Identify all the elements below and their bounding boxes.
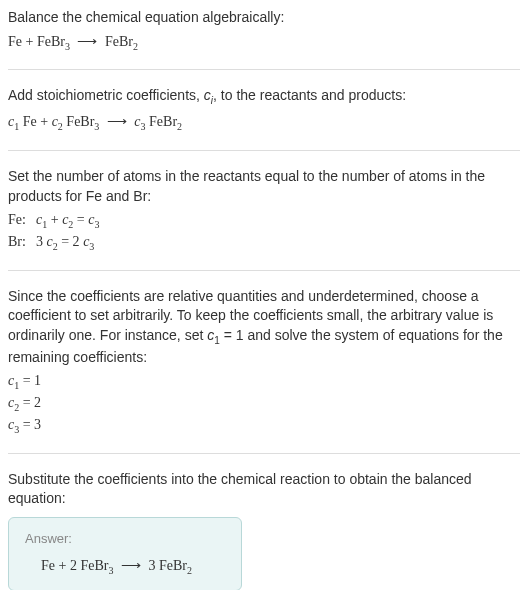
heading-text: Balance the chemical equation algebraica…: [8, 8, 520, 28]
fe-plus: +: [47, 212, 62, 227]
heading-text: Substitute the coefficients into the che…: [8, 470, 520, 509]
heading-b: , to the reactants and products:: [213, 87, 406, 103]
reaction-arrow: ⟶: [77, 34, 97, 49]
t2-sub: 3: [94, 121, 99, 132]
heading-text: Set the number of atoms in the reactants…: [8, 167, 520, 206]
eq-rhs: 3 FeBr: [148, 558, 187, 573]
eq-lhs: Fe + 2 FeBr: [41, 558, 108, 573]
reaction-arrow: ⟶: [107, 114, 127, 129]
plus: +: [22, 34, 37, 49]
t1: Fe +: [19, 114, 51, 129]
r1-val: = 1: [19, 373, 41, 388]
t3: FeBr: [146, 114, 178, 129]
br-label: Br:: [8, 232, 36, 254]
br-eq: 3 c2 = 2 c3: [36, 232, 94, 254]
balanced-equation: Fe + 2 FeBr3 ⟶ 3 FeBr2: [25, 556, 225, 578]
heading-a: Add stoichiometric coefficients,: [8, 87, 204, 103]
answer-box: Answer: Fe + 2 FeBr3 ⟶ 3 FeBr2: [8, 517, 242, 590]
r3-val: = 3: [19, 417, 41, 432]
c2-row: c2 = 2: [8, 393, 520, 415]
fe-eqsign: =: [73, 212, 88, 227]
section-solve: Since the coefficients are relative quan…: [8, 287, 520, 454]
heading-ci: c: [204, 87, 211, 103]
section-balance: Balance the chemical equation algebraica…: [8, 8, 520, 70]
heading-text: Add stoichiometric coefficients, ci, to …: [8, 86, 520, 108]
eq-lhs-sub: 3: [108, 565, 113, 576]
br-row: Br: 3 c2 = 2 c3: [8, 232, 520, 254]
r2-val: = 2: [19, 395, 41, 410]
br-c3-sub: 3: [89, 241, 94, 252]
t2: FeBr: [63, 114, 95, 129]
br-eqsign: = 2: [58, 234, 83, 249]
atom-equations: Fe: c1 + c2 = c3 Br: 3 c2 = 2 c3: [8, 210, 520, 254]
eq-rhs-sub: 2: [187, 565, 192, 576]
c1-row: c1 = 1: [8, 371, 520, 393]
lhs-febr3: FeBr: [37, 34, 65, 49]
rhs-febr2-sub: 2: [133, 40, 138, 51]
section-stoich: Add stoichiometric coefficients, ci, to …: [8, 86, 520, 151]
fe-row: Fe: c1 + c2 = c3: [8, 210, 520, 232]
fe-eq: c1 + c2 = c3: [36, 210, 99, 232]
reaction-arrow: ⟶: [121, 558, 141, 573]
t3-sub: 2: [177, 121, 182, 132]
c3-row: c3 = 3: [8, 415, 520, 437]
rhs-febr2: FeBr: [105, 34, 133, 49]
unbalanced-equation: Fe + FeBr3 ⟶ FeBr2: [8, 32, 520, 54]
answer-label: Answer:: [25, 530, 225, 548]
lhs-febr3-sub: 3: [65, 40, 70, 51]
fe-c3-sub: 3: [94, 219, 99, 230]
heading-text: Since the coefficients are relative quan…: [8, 287, 520, 368]
fe-label: Fe:: [8, 210, 36, 232]
coefficient-values: c1 = 1 c2 = 2 c3 = 3: [8, 371, 520, 436]
section-atoms: Set the number of atoms in the reactants…: [8, 167, 520, 271]
br-3: 3: [36, 234, 47, 249]
section-answer: Substitute the coefficients into the che…: [8, 470, 520, 590]
lhs-fe: Fe: [8, 34, 22, 49]
coefficient-equation: c1 Fe + c2 FeBr3 ⟶ c3 FeBr2: [8, 112, 520, 134]
